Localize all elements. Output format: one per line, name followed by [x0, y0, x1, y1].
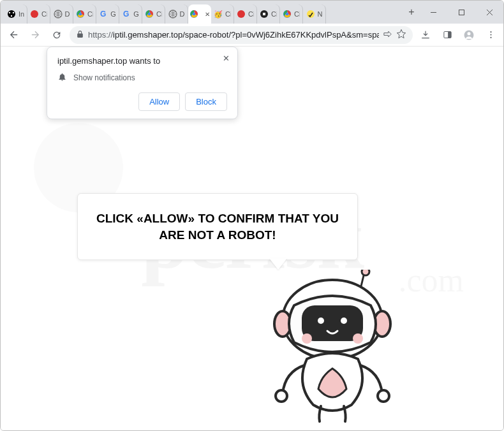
close-icon[interactable]: ✕: [223, 54, 230, 63]
svg-text:G: G: [100, 10, 106, 18]
window-controls: [419, 3, 503, 22]
favicon-icon: [283, 10, 292, 18]
favicon-icon: [237, 10, 246, 18]
tab[interactable]: Ci: [27, 4, 50, 24]
svg-point-43: [302, 333, 312, 344]
favicon-icon: [7, 10, 16, 18]
svg-point-41: [318, 318, 324, 324]
tab-label: Ci: [271, 10, 277, 18]
tab-label: G: [133, 10, 139, 18]
tab[interactable]: GG: [119, 4, 142, 24]
favicon-icon: [168, 10, 177, 18]
svg-point-18: [237, 10, 245, 18]
tab-label: Ci: [248, 10, 254, 18]
tab-label: Ci: [225, 10, 231, 18]
svg-point-8: [79, 13, 82, 15]
favicon-icon: G: [99, 10, 108, 18]
svg-point-32: [490, 31, 491, 33]
forward-button[interactable]: [26, 26, 44, 44]
permission-line: Show notifications: [57, 72, 227, 84]
tab[interactable]: D: [165, 4, 188, 24]
tab-active[interactable]: Cl✕: [188, 4, 211, 24]
svg-point-42: [341, 318, 347, 324]
tab[interactable]: Ci: [142, 4, 165, 24]
svg-point-0: [8, 10, 15, 18]
permission-title: iptil.gemshaper.top wants to: [57, 56, 227, 66]
permission-text: Show notifications: [73, 73, 135, 82]
speech-bubble: CLICK «ALLOW» TO CONFIRM THAT YOU ARE NO…: [77, 193, 358, 260]
tab[interactable]: Ci: [257, 4, 280, 24]
svg-point-4: [31, 10, 38, 18]
svg-point-23: [307, 10, 315, 18]
svg-point-22: [286, 13, 288, 15]
svg-point-31: [467, 32, 470, 35]
svg-point-36: [362, 270, 369, 275]
svg-point-46: [378, 390, 389, 402]
url-text: https://iptil.gemshaper.top/space-robot/…: [88, 30, 379, 40]
tab[interactable]: In: [4, 4, 27, 24]
favicon-icon: [76, 10, 85, 18]
back-button[interactable]: [4, 26, 22, 44]
tab[interactable]: N: [303, 4, 326, 24]
share-icon[interactable]: [383, 29, 392, 41]
profile-button[interactable]: [460, 26, 478, 44]
titlebar: InCiDCiGGGGCiDCl✕🥳CiCiCiCiN +: [1, 1, 503, 24]
page-content: pcrisk .com ✕ iptil.gemshaper.top wants …: [1, 47, 503, 430]
favicon-icon: [30, 10, 39, 18]
svg-rect-25: [459, 10, 464, 15]
new-tab-button[interactable]: +: [404, 6, 419, 18]
star-icon[interactable]: [396, 29, 406, 41]
close-window-button[interactable]: [475, 3, 503, 22]
svg-point-34: [490, 37, 491, 38]
favicon-icon: [306, 10, 315, 18]
bubble-text: CLICK «ALLOW» TO CONFIRM THAT YOU ARE NO…: [77, 193, 358, 260]
svg-rect-29: [448, 32, 451, 38]
tab-label: D: [65, 10, 70, 18]
tab-strip: InCiDCiGGGGCiDCl✕🥳CiCiCiCiN: [1, 1, 404, 24]
menu-button[interactable]: [482, 26, 500, 44]
svg-point-3: [11, 15, 12, 17]
tab-label: In: [19, 10, 24, 18]
allow-button[interactable]: Allow: [138, 92, 180, 111]
toolbar: https://iptil.gemshaper.top/space-robot/…: [1, 24, 503, 47]
block-button[interactable]: Block: [185, 92, 227, 111]
svg-text:G: G: [123, 10, 129, 18]
maximize-button[interactable]: [447, 3, 475, 22]
tab-label: G: [110, 10, 116, 18]
close-tab-icon[interactable]: ✕: [205, 11, 210, 18]
favicon-icon: G: [122, 10, 131, 18]
tab-label: Ci: [41, 10, 47, 18]
download-button[interactable]: [417, 26, 434, 44]
reload-button[interactable]: [48, 26, 66, 44]
favicon-icon: [145, 10, 154, 18]
favicon-icon: [189, 10, 198, 18]
tab-label: Ci: [156, 10, 162, 18]
favicon-icon: 🥳: [214, 10, 223, 18]
svg-point-33: [490, 34, 491, 35]
svg-point-1: [9, 12, 10, 13]
tab[interactable]: GG: [96, 4, 119, 24]
robot-icon: [249, 270, 415, 430]
bell-icon: [57, 72, 67, 84]
favicon-icon: [260, 10, 269, 18]
svg-point-13: [148, 13, 151, 15]
tab[interactable]: Ci: [234, 4, 257, 24]
svg-point-2: [13, 12, 14, 13]
lock-icon: [76, 30, 84, 40]
tab-label: N: [318, 10, 323, 18]
favicon-icon: [54, 10, 63, 18]
tab-label: Ci: [294, 10, 300, 18]
tab[interactable]: Ci: [280, 4, 303, 24]
tab-label: D: [180, 10, 185, 18]
address-bar[interactable]: https://iptil.gemshaper.top/space-robot/…: [70, 26, 413, 44]
minimize-button[interactable]: [419, 3, 447, 22]
tab[interactable]: Ci: [73, 4, 96, 24]
tab-label: Ci: [87, 10, 93, 18]
tab[interactable]: 🥳Ci: [211, 4, 234, 24]
svg-point-44: [353, 333, 363, 344]
svg-point-45: [276, 390, 287, 402]
side-panel-button[interactable]: [438, 26, 456, 44]
tab[interactable]: D: [50, 4, 73, 24]
permission-actions: Allow Block: [57, 92, 227, 111]
browser-window: InCiDCiGGGGCiDCl✕🥳CiCiCiCiN +: [0, 0, 504, 431]
